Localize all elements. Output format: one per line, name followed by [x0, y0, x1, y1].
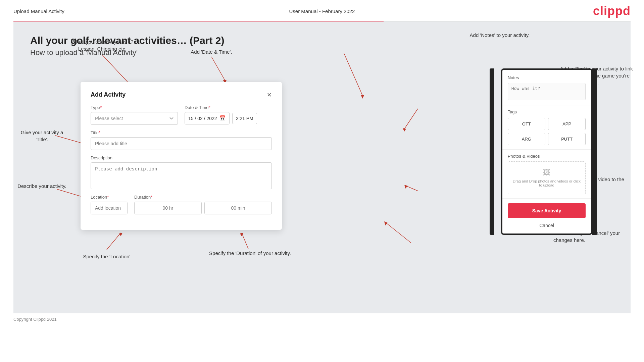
- tag-app[interactable]: APP: [548, 118, 586, 130]
- svg-marker-17: [404, 185, 408, 189]
- duration-label: Duration*: [134, 195, 272, 200]
- date-input[interactable]: 15 / 02 / 2022 📅: [185, 112, 230, 124]
- phone-left-bar: [490, 68, 494, 235]
- svg-marker-11: [240, 233, 243, 236]
- logo: clippd: [593, 4, 631, 18]
- title-row: Title*: [91, 130, 272, 150]
- svg-line-8: [107, 233, 121, 250]
- type-datetime-row: Type* Please select Date & Time* 15 / 02…: [91, 105, 272, 125]
- svg-marker-9: [119, 233, 122, 236]
- tags-label: Tags: [508, 109, 586, 114]
- duration-hr-input[interactable]: [134, 202, 202, 214]
- annotation-describe: Describe your activity.: [17, 183, 67, 190]
- description-row: Description: [91, 155, 272, 189]
- dialog-header: Add Activity ✕: [91, 91, 272, 98]
- location-duration-row: Location* Duration*: [91, 195, 272, 214]
- svg-line-16: [406, 186, 418, 191]
- title-label: Title*: [91, 130, 272, 135]
- svg-line-18: [386, 223, 411, 243]
- description-label: Description: [91, 155, 272, 160]
- photo-icon: 🖼: [511, 168, 582, 177]
- svg-line-0: [102, 55, 128, 82]
- notes-label: Notes: [508, 75, 586, 80]
- manual-label: User Manual - February 2022: [289, 8, 355, 14]
- duration-inputs: [134, 202, 272, 214]
- svg-line-2: [211, 57, 225, 80]
- tags-grid: OTT APP ARG PUTT: [508, 118, 586, 145]
- title-group: Title*: [91, 130, 272, 150]
- footer: Copyright Clippd 2021: [0, 313, 644, 325]
- description-input[interactable]: [91, 162, 272, 189]
- calendar-icon: 📅: [219, 115, 226, 121]
- type-select[interactable]: Please select: [91, 112, 178, 125]
- annotation-title: Give your activity a 'Title'.: [17, 129, 67, 143]
- main-content: All your golf-relevant activities… (Part…: [13, 21, 631, 313]
- type-group: Type* Please select: [91, 105, 178, 125]
- tag-putt[interactable]: PUTT: [548, 133, 586, 145]
- save-activity-button[interactable]: Save Activity: [508, 203, 586, 218]
- datetime-label: Date & Time*: [185, 105, 272, 110]
- svg-line-12: [344, 53, 362, 95]
- notes-section: Notes: [502, 70, 591, 105]
- datetime-group: Date & Time* 15 / 02 / 2022 📅 2:21 PM: [185, 105, 272, 125]
- type-label: Type*: [91, 105, 178, 110]
- tags-section: Tags OTT APP ARG PUTT: [502, 105, 591, 150]
- annotation-duration: Specify the 'Duration' of your activity.: [205, 250, 295, 257]
- time-input[interactable]: 2:21 PM: [232, 113, 257, 124]
- tag-arg[interactable]: ARG: [508, 133, 545, 145]
- svg-line-14: [404, 109, 418, 129]
- duration-min-input[interactable]: [204, 202, 272, 214]
- location-input[interactable]: [91, 202, 128, 214]
- date-time-inputs: 15 / 02 / 2022 📅 2:21 PM: [185, 112, 272, 124]
- photo-drop-text: Drag and Drop photos and videos or click…: [511, 179, 582, 187]
- top-bar: Upload Manual Activity User Manual - Feb…: [0, 0, 644, 21]
- tag-ott[interactable]: OTT: [508, 118, 545, 130]
- svg-marker-19: [384, 221, 388, 225]
- cancel-link[interactable]: Cancel: [502, 223, 591, 234]
- svg-marker-15: [403, 128, 406, 132]
- annotation-what-type: What type of activity was it? Lesson, Ch…: [65, 38, 139, 52]
- svg-line-10: [242, 233, 248, 249]
- svg-marker-13: [361, 95, 364, 99]
- phone-panel: Notes Tags OTT APP ARG PUTT Photos & Vid…: [490, 68, 597, 235]
- title-input[interactable]: [91, 137, 272, 150]
- photos-label: Photos & Videos: [508, 154, 586, 159]
- page-label: Upload Manual Activity: [13, 8, 64, 14]
- notes-textarea[interactable]: [508, 83, 586, 100]
- location-group: Location*: [91, 195, 128, 214]
- dialog-title: Add Activity: [91, 91, 126, 98]
- photo-drop-zone[interactable]: 🖼 Drag and Drop photos and videos or cli…: [508, 161, 586, 194]
- phone-screen: Notes Tags OTT APP ARG PUTT Photos & Vid…: [501, 68, 593, 235]
- add-activity-dialog: Add Activity ✕ Type* Please select Date …: [81, 82, 282, 230]
- location-label: Location*: [91, 195, 128, 200]
- annotation-date-time: Add 'Date & Time'.: [178, 48, 245, 55]
- dialog-close-button[interactable]: ✕: [267, 92, 272, 98]
- description-group: Description: [91, 155, 272, 189]
- duration-group: Duration*: [134, 195, 272, 214]
- copyright-text: Copyright Clippd 2021: [13, 317, 57, 322]
- annotation-location: Specify the 'Location'.: [74, 253, 141, 260]
- annotation-notes: Add 'Notes' to your activity.: [466, 32, 533, 39]
- phone-right-bar: [592, 68, 597, 235]
- photos-section: Photos & Videos 🖼 Drag and Drop photos a…: [502, 150, 591, 199]
